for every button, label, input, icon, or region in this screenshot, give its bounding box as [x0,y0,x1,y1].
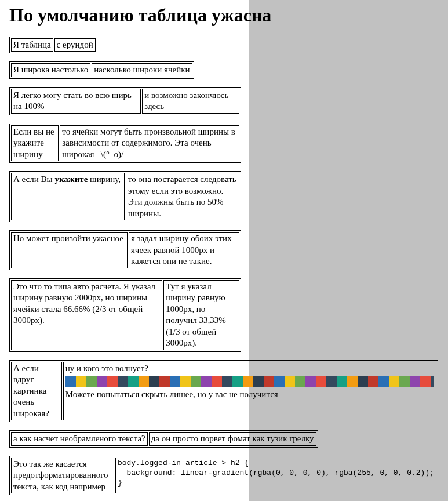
table-cell: с ерундой [54,38,96,52]
table-8: А если вдруг картинка очень широкая? ну … [9,360,438,423]
table-cell: А если Вы укажите ширину, [11,173,125,220]
table-cell: Это так же касается предотформатированно… [11,458,114,494]
table-cell: Я широка настолько [11,63,90,77]
table-5: А если Вы укажите ширину, то она постара… [9,171,241,222]
table-3: Я легко могу стать во всю ширь на 100% и… [9,87,241,115]
table-cell: Я таблица [11,38,53,52]
table-cell: то ячейки могут быть произвольной ширины… [60,125,239,162]
table-2: Я широка настолько насколько широки ячей… [9,61,194,79]
table-cell: Я легко могу стать во всю ширь на 100% [11,89,141,114]
table-10: Это так же касается предотформатированно… [9,456,438,496]
table-cell: ну и кого это волнует? Можете попытаться… [63,362,436,421]
table-4: Если вы не укажите ширину то ячейки могу… [9,124,241,164]
table-1: Я таблица с ерундой [9,37,97,54]
table-cell: я задал ширину обоих этих ячеек равной 1… [129,232,239,268]
table-cell: и возможно закончюсь здесь [142,89,239,114]
code-block: body.logged-in article > h2 { background… [118,459,434,488]
table-9: а как насчет необрамленого текста? да он… [9,430,318,448]
table-cell: Но может произойти ужасное [11,232,128,268]
page-title: По умолчанию таблица ужасна [9,0,439,26]
table-cell: насколько широки ячейки [92,63,192,77]
table-cell: Это что то типа авто расчета. Я указал ш… [11,280,162,350]
text: ширину, [88,175,121,184]
table-cell: Тут я указал ширину равную 1000px, но по… [163,280,239,350]
table-cell: да он просто порвет фомат как тузик грел… [149,432,316,446]
text: А если Вы [13,175,54,184]
table-cell: Если вы не укажите ширину [11,125,59,162]
bold-text: укажите [54,175,88,184]
table-cell: А если вдруг картинка очень широкая? [11,362,62,421]
table-cell: то она постарается следовать этому если … [126,173,239,220]
text: Можете попытаться скрыть лишее, но у вас… [65,389,434,401]
table-cell: а как насчет необрамленого текста? [11,432,148,446]
table-7: Это что то типа авто расчета. Я указал ш… [9,278,241,352]
text: ну и кого это волнует? [65,363,434,375]
table-6: Но может произойти ужасное я задал ширин… [9,230,241,270]
wide-image-strip [65,376,434,387]
table-cell: body.logged-in article > h2 { background… [115,458,436,494]
